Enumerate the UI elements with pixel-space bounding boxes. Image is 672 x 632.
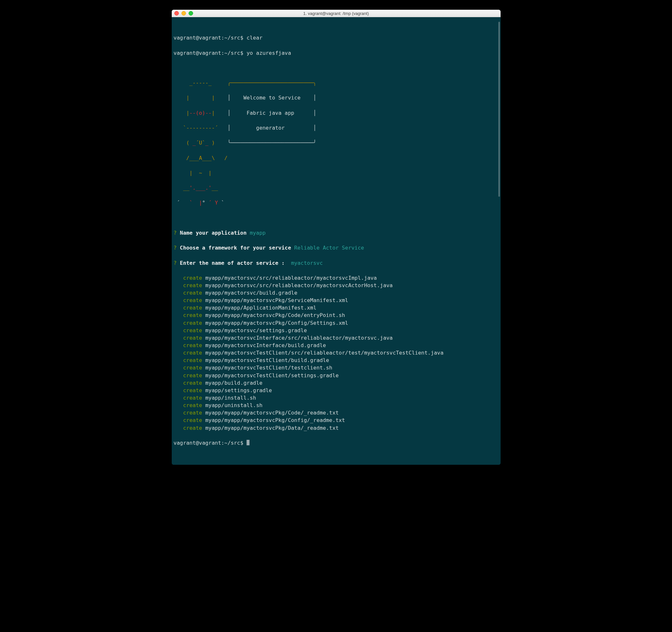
file-path: myapp/install.sh [206,395,256,401]
file-path: myapp/build.gradle [206,380,262,386]
prompt: vagrant@vagrant:~/src$ [174,50,246,56]
window-title: 1. vagrant@vagrant: /tmp (vagrant) [172,11,501,16]
create-label: create [183,387,202,394]
file-path: myapp/myactorsvcTestClient/testclient.sh [206,365,332,371]
create-line: create myapp/myapp/myactorsvcPkg/Code/_r… [174,409,499,417]
create-line: create myapp/settings.gradle [174,387,499,394]
question-text: Choose a framework for your service [176,245,294,251]
terminal-window: 1. vagrant@vagrant: /tmp (vagrant) vagra… [172,10,501,465]
file-path: myapp/myactorsvcInterface/src/reliableac… [206,335,393,341]
welcome-text: generator [231,125,313,131]
create-line: create myapp/myapp/myactorsvcPkg/Data/_r… [174,424,499,432]
answer: myapp [250,230,266,236]
create-line: create myapp/build.gradle [174,379,499,387]
command: clear [246,35,262,41]
command: yo azuresfjava [246,50,291,56]
file-path: myapp/myactorsvcTestClient/settings.grad… [206,372,339,378]
scrollbar-track[interactable] [498,17,501,465]
prompt: vagrant@vagrant:~/src$ [174,35,246,41]
yeoman-ascii: ´ Y [208,200,218,206]
yeoman-ascii: _-----_ ╭──────────────────────────╮ [174,80,316,86]
answer: Reliable Actor Service [294,245,364,251]
answer: myactorsvc [291,260,323,266]
create-label: create [183,312,202,318]
create-line: create myapp/myactorsvc/build.gradle [174,289,499,297]
minimize-icon[interactable] [182,11,186,16]
create-line: create myapp/myactorsvc/src/reliableacto… [174,282,499,289]
zoom-icon[interactable] [189,11,193,16]
question-mark: ? [174,245,177,251]
file-path: myapp/myapp/myactorsvcPkg/Code/_readme.t… [206,409,339,416]
create-label: create [183,350,202,356]
create-label: create [183,409,202,416]
create-label: create [183,305,202,311]
file-path: myapp/uninstall.sh [206,402,262,408]
yeoman-ascii: `---------´ [174,125,228,131]
file-path: myapp/myactorsvc/src/reliableactor/myact… [206,275,377,281]
file-path: myapp/myapp/myactorsvcPkg/ServiceManifes… [206,297,348,303]
yeoman-ascii: __ [212,185,218,191]
yeoman-ascii: | [212,110,227,116]
welcome-text: Welcome to Service [231,95,313,101]
create-line: create myapp/myapp/myactorsvcPkg/Config/… [174,319,499,327]
yeoman-ascii: | | [174,95,228,101]
create-line: create myapp/myapp/myactorsvcPkg/Config/… [174,417,499,424]
question-mark: ? [174,230,177,236]
terminal-body[interactable]: vagrant@vagrant:~/src$ clear vagrant@vag… [172,17,501,465]
create-line: create myapp/myapp/myactorsvcPkg/Code/en… [174,311,499,319]
file-path: myapp/myactorsvc/build.gradle [206,290,297,296]
create-label: create [183,395,202,401]
scrollbar-thumb[interactable] [498,22,500,197]
create-line: create myapp/myapp/myactorsvcPkg/Service… [174,297,499,304]
file-path: myapp/myactorsvc/src/reliableactor/myact… [206,282,393,288]
close-icon[interactable] [174,11,179,16]
file-path: myapp/myapp/myactorsvcPkg/Config/_readme… [206,417,345,423]
create-line: create myapp/myactorsvc/src/reliableacto… [174,274,499,282]
file-path: myapp/myactorsvcTestClient/build.gradle [206,357,329,363]
create-label: create [183,372,202,378]
create-line: create myapp/myactorsvcTestClient/settin… [174,372,499,379]
box: ╰──────────────────────────╯ [215,140,316,146]
create-label: create [183,282,202,288]
create-line: create myapp/myactorsvcInterface/build.g… [174,342,499,349]
file-path: myapp/myactorsvc/settings.gradle [206,327,307,333]
box: │ [313,110,316,116]
yeoman-ascii: --(o)-- [190,110,212,116]
box: │ [227,125,231,131]
yeoman-ascii: __ [174,185,190,191]
yeoman-ascii: ( [186,140,193,146]
yeoman-ascii: | ~ | [190,170,212,176]
yeoman-ascii: ` [218,200,224,206]
yeoman-ascii: | [174,110,190,116]
yeoman-ascii [174,140,186,146]
create-line: create myapp/myactorsvcTestClient/src/re… [174,349,499,356]
titlebar[interactable]: 1. vagrant@vagrant: /tmp (vagrant) [172,10,501,17]
create-label: create [183,320,202,326]
yeoman-ascii: ´ [174,200,190,206]
create-label: create [183,290,202,296]
create-line: create myapp/myactorsvcInterface/src/rel… [174,334,499,342]
yeoman-ascii: ´U` [196,140,205,146]
create-label: create [183,402,202,408]
traffic-lights [174,11,193,16]
box: │ [313,95,316,101]
yeoman-ascii: ) [208,140,215,146]
welcome-text: Fabric java app [231,110,313,116]
create-line: create myapp/myactorsvcTestClient/testcl… [174,364,499,371]
file-path: myapp/myactorsvcInterface/build.gradle [206,342,326,348]
file-path: myapp/myapp/myactorsvcPkg/Data/_readme.t… [206,425,339,431]
create-label: create [183,417,202,423]
yeoman-ascii: ° [202,200,209,206]
question-text: Name your application [176,230,249,236]
yeoman-ascii: _ [206,140,209,146]
yeoman-ascii: /___A___\ / [174,155,228,161]
file-path: myapp/settings.gradle [206,387,272,394]
yeoman-ascii: _ [192,140,196,146]
create-line: create myapp/myactorsvc/settings.gradle [174,327,499,334]
create-label: create [183,365,202,371]
yeoman-ascii [174,170,190,176]
create-label: create [183,297,202,303]
file-path: myapp/myapp/myactorsvcPkg/Code/entryPoin… [206,312,345,318]
create-label: create [183,275,202,281]
create-label: create [183,380,202,386]
